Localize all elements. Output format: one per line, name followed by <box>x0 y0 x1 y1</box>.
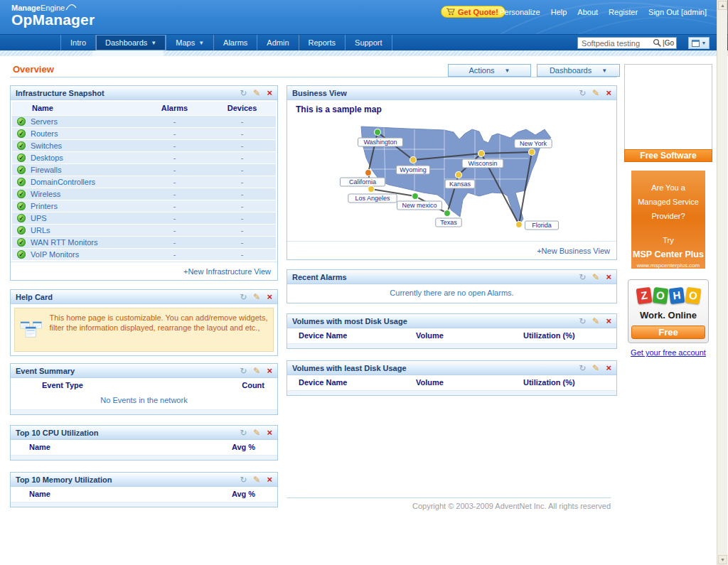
tab-support[interactable]: Support <box>345 35 392 50</box>
edit-icon[interactable]: ✎ <box>253 292 260 302</box>
close-icon[interactable]: × <box>606 90 611 97</box>
widget-top-memory: Top 10 Memory Utilization ↻✎× Name Avg % <box>10 472 278 507</box>
infrastructure-category-link[interactable]: ✓Routers <box>12 129 141 138</box>
refresh-icon[interactable]: ↻ <box>240 88 247 98</box>
infrastructure-category-link[interactable]: ✓DomainControllers <box>12 178 141 186</box>
map-node[interactable] <box>412 193 419 200</box>
infrastructure-category-link[interactable]: ✓Desktops <box>12 154 141 162</box>
free-software-banner[interactable]: Free Software <box>624 149 712 162</box>
refresh-icon[interactable]: ↻ <box>240 475 247 485</box>
zoho-ad[interactable]: ZOHO Work. Online Free <box>628 279 709 343</box>
msp-center-plus-ad[interactable]: Are You aManaged ServiceProvider?TryMSP … <box>631 171 705 269</box>
map-node-label: Kansas <box>445 180 475 188</box>
refresh-icon[interactable]: ↻ <box>579 316 586 326</box>
map-node[interactable] <box>444 210 451 217</box>
scroll-down-button[interactable]: ▼ <box>718 555 727 564</box>
refresh-icon[interactable]: ↻ <box>579 88 586 98</box>
tab-intro[interactable]: Intro <box>60 35 95 50</box>
new-infrastructure-view-link[interactable]: +New Infrastructure View <box>183 267 271 276</box>
tab-dashboards[interactable]: Dashboards▼ <box>95 35 166 50</box>
tab-admin[interactable]: Admin <box>257 35 298 50</box>
tab-reports[interactable]: Reports <box>299 35 346 50</box>
search-icon[interactable] <box>653 38 662 48</box>
close-icon[interactable]: × <box>267 476 272 483</box>
widget-footer-strip <box>11 455 277 460</box>
alarms-value: - <box>141 178 208 186</box>
header-link[interactable]: Sign Out [admin] <box>648 8 707 16</box>
search-go-button[interactable]: |Go <box>663 39 674 47</box>
map-node-label: Texas <box>436 218 462 227</box>
header-link[interactable]: Register <box>609 8 638 16</box>
refresh-icon[interactable]: ↻ <box>579 272 586 282</box>
infrastructure-category-link[interactable]: ✓WAN RTT Monitors <box>12 238 141 247</box>
refresh-icon[interactable]: ↻ <box>240 292 247 302</box>
edit-icon[interactable]: ✎ <box>253 366 260 376</box>
edit-icon[interactable]: ✎ <box>592 363 599 373</box>
refresh-icon[interactable]: ↻ <box>240 366 247 376</box>
devices-value: - <box>208 166 276 174</box>
map-node[interactable] <box>375 129 381 136</box>
map-node[interactable] <box>529 149 535 156</box>
zoho-free-account-link[interactable]: Get your free account <box>624 348 712 357</box>
infrastructure-category-link[interactable]: ✓UPS <box>12 214 141 222</box>
infrastructure-category-link[interactable]: ✓URLs <box>12 226 141 235</box>
close-icon[interactable]: × <box>267 294 272 301</box>
search-input[interactable] <box>580 38 653 48</box>
ad-placeholder[interactable] <box>624 64 712 149</box>
devices-value: - <box>208 129 276 138</box>
zoho-letter-tile: H <box>668 287 685 304</box>
header-link[interactable]: Personalize <box>499 8 540 16</box>
table-header: Name Alarms Devices <box>12 102 276 115</box>
infrastructure-category-link[interactable]: ✓Firewalls <box>12 166 141 174</box>
refresh-icon[interactable]: ↻ <box>240 428 247 438</box>
status-ok-icon: ✓ <box>17 202 26 210</box>
new-business-view-link[interactable]: +New Business View <box>537 247 610 255</box>
infrastructure-category-link[interactable]: ✓Printers <box>12 202 141 210</box>
zoho-free-button[interactable]: Free <box>631 325 705 339</box>
widget-volumes-most: Volumes with most Disk Usage ↻✎× Device … <box>287 313 617 349</box>
infrastructure-category-link[interactable]: ✓Switches <box>12 141 141 150</box>
edit-icon[interactable]: ✎ <box>253 428 260 438</box>
vertical-scrollbar[interactable]: ▲ ▼ <box>717 0 727 565</box>
map-node[interactable] <box>456 172 462 178</box>
widget-help-card: Help Card ↻✎× This home page is customiz… <box>10 289 278 356</box>
infrastructure-category-link[interactable]: ✓Wireless <box>12 190 141 198</box>
widget-title: Infrastructure Snapshot <box>16 89 240 97</box>
close-icon[interactable]: × <box>606 318 611 325</box>
infrastructure-category-link[interactable]: ✓Servers <box>12 117 141 126</box>
close-icon[interactable]: × <box>267 367 272 375</box>
close-icon[interactable]: × <box>267 90 272 97</box>
map-node[interactable] <box>516 222 523 228</box>
layout-switcher-button[interactable]: ▼ <box>688 37 710 49</box>
close-icon[interactable]: × <box>606 274 611 281</box>
scroll-up-button[interactable]: ▲ <box>718 1 727 10</box>
close-icon[interactable]: × <box>267 429 272 436</box>
refresh-icon[interactable]: ↻ <box>579 363 586 373</box>
header-link[interactable]: Help <box>551 8 567 16</box>
devices-value: - <box>208 214 276 222</box>
edit-icon[interactable]: ✎ <box>253 88 260 98</box>
tab-alarms[interactable]: Alarms <box>213 35 257 50</box>
map-node[interactable] <box>368 186 375 193</box>
table-row: ✓Desktops-- <box>12 151 276 163</box>
dashboards-dropdown[interactable]: Dashboards ▼ <box>537 64 620 77</box>
edit-icon[interactable]: ✎ <box>253 475 260 485</box>
infrastructure-category-link[interactable]: ✓VoIP Monitors <box>12 250 141 259</box>
status-ok-icon: ✓ <box>17 141 26 150</box>
page-title: Overview <box>13 64 54 75</box>
map-node[interactable] <box>365 170 372 176</box>
table-row: ✓Firewalls-- <box>12 163 276 176</box>
get-quote-label: Get Quote! <box>458 8 498 16</box>
header-link[interactable]: About <box>577 8 598 16</box>
tab-maps[interactable]: Maps▼ <box>166 35 213 50</box>
svg-text:Wisconsin: Wisconsin <box>468 160 497 167</box>
close-icon[interactable]: × <box>606 365 611 372</box>
edit-icon[interactable]: ✎ <box>592 272 599 282</box>
actions-dropdown[interactable]: Actions ▼ <box>448 64 531 77</box>
edit-icon[interactable]: ✎ <box>592 316 599 326</box>
edit-icon[interactable]: ✎ <box>592 88 599 98</box>
chevron-down-icon: ▼ <box>198 40 204 46</box>
get-quote-button[interactable]: Get Quote! <box>441 6 505 18</box>
map-node[interactable] <box>410 157 417 163</box>
map-node[interactable] <box>478 151 485 157</box>
